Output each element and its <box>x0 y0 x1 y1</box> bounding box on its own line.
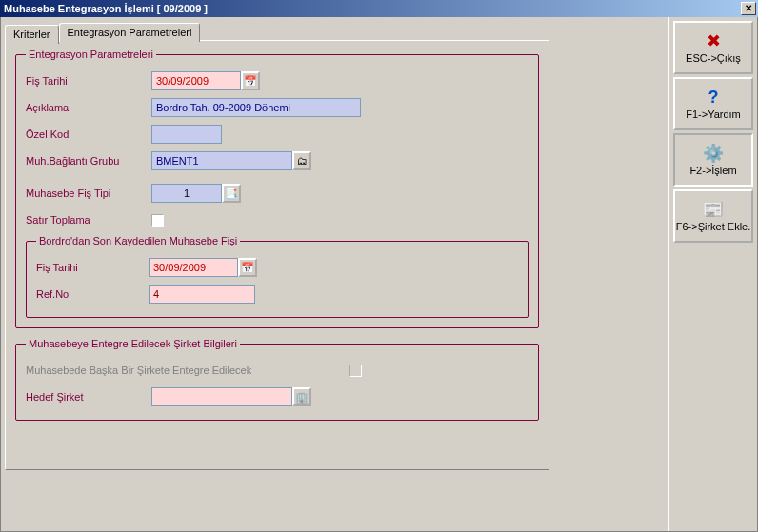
label-ozel-kod: Özel Kod <box>26 128 151 140</box>
group-hedef-sirket: Muhasebeye Entegre Edilecek Şirket Bilgi… <box>15 338 539 421</box>
tab-parametreler[interactable]: Entegrasyon Parametreleri <box>59 23 201 42</box>
label-hedef-sirket: Hedef Şirket <box>26 391 151 403</box>
tab-body: Entegrasyon Parametreleri Fiş Tarihi 📅 A… <box>5 40 549 470</box>
titlebar: Muhasebe Entegrasyon İşlemi [ 09/2009 ] … <box>0 0 758 17</box>
group-legend: Entegrasyon Parametreleri <box>26 49 156 60</box>
group-entegrasyon-parametreleri: Entegrasyon Parametreleri Fiş Tarihi 📅 A… <box>15 49 539 328</box>
button-f1-yardim[interactable]: ? F1->Yardım <box>673 77 753 130</box>
help-icon: ? <box>708 89 719 106</box>
tab-label: Entegrasyon Parametreleri <box>68 27 192 38</box>
checkbox-baska-sirket <box>349 365 362 377</box>
button-f2-islem[interactable]: ⚙️ F2->İşlem <box>673 133 753 187</box>
sidebar: ✖ ESC->Çıkış ? F1->Yardım ⚙️ F2->İşlem 📰… <box>668 17 757 531</box>
tab-label: Kriterler <box>13 29 50 40</box>
main-panel: Kriterler Entegrasyon Parametreleri Ente… <box>1 17 668 531</box>
label-fis-tarihi: Fiş Tarihi <box>26 75 151 87</box>
tab-kriterler[interactable]: Kriterler <box>5 25 59 44</box>
button-label: F6->Şirket Ekle. <box>676 221 751 232</box>
label-baska-sirket: Muhasebede Başka Bir Şirkete Entegre Edi… <box>26 365 349 376</box>
lookup-icon[interactable]: 🗂 <box>292 151 311 170</box>
lookup-icon[interactable]: 🏢 <box>292 387 311 406</box>
calendar-icon[interactable]: 📅 <box>238 258 257 277</box>
window-title: Muhasebe Entegrasyon İşlemi [ 09/2009 ] <box>4 3 741 14</box>
label-satir-toplama: Satır Toplama <box>26 214 151 226</box>
document-icon: 📰 <box>703 201 724 218</box>
input-ozel-kod[interactable] <box>151 125 222 144</box>
lookup-icon[interactable]: 📑 <box>222 184 241 203</box>
label-aciklama: Açıklama <box>26 102 151 113</box>
button-label: F1->Yardım <box>686 108 741 120</box>
button-esc-cikis[interactable]: ✖ ESC->Çıkış <box>673 21 753 74</box>
button-label: ESC->Çıkış <box>686 52 741 64</box>
group-son-kaydedilen: Bordro'dan Son Kaydedilen Muhasebe Fişi … <box>26 235 529 318</box>
input-muh-baglanti[interactable] <box>151 151 292 170</box>
calendar-icon[interactable]: 📅 <box>241 71 260 90</box>
input-aciklama[interactable] <box>151 98 361 117</box>
input-refno[interactable] <box>149 285 255 304</box>
input-muh-fis-tipi[interactable] <box>151 184 222 203</box>
button-f6-sirket-ekle[interactable]: 📰 F6->Şirket Ekle. <box>673 189 753 243</box>
input-hedef-sirket[interactable] <box>151 387 292 406</box>
label-muh-baglanti: Muh.Bağlantı Grubu <box>26 155 151 167</box>
label-muh-fis-tipi: Muhasebe Fiş Tipi <box>26 187 151 199</box>
group-legend: Muhasebeye Entegre Edilecek Şirket Bilgi… <box>26 338 240 349</box>
checkbox-satir-toplama[interactable] <box>151 214 164 227</box>
input-fis-tarihi[interactable] <box>151 71 241 90</box>
close-icon: ✖ <box>707 32 721 49</box>
gear-icon: ⚙️ <box>703 145 724 162</box>
label-refno: Ref.No <box>36 288 149 300</box>
button-label: F2->İşlem <box>689 165 736 176</box>
close-button[interactable]: ✕ <box>741 2 756 15</box>
label-fis-tarihi-2: Fiş Tarihi <box>36 262 149 273</box>
tabs: Kriterler Entegrasyon Parametreleri <box>5 23 664 42</box>
input-fis-tarihi-2[interactable] <box>149 258 238 277</box>
group-legend: Bordro'dan Son Kaydedilen Muhasebe Fişi <box>36 235 240 246</box>
workarea: Kriterler Entegrasyon Parametreleri Ente… <box>0 17 758 532</box>
